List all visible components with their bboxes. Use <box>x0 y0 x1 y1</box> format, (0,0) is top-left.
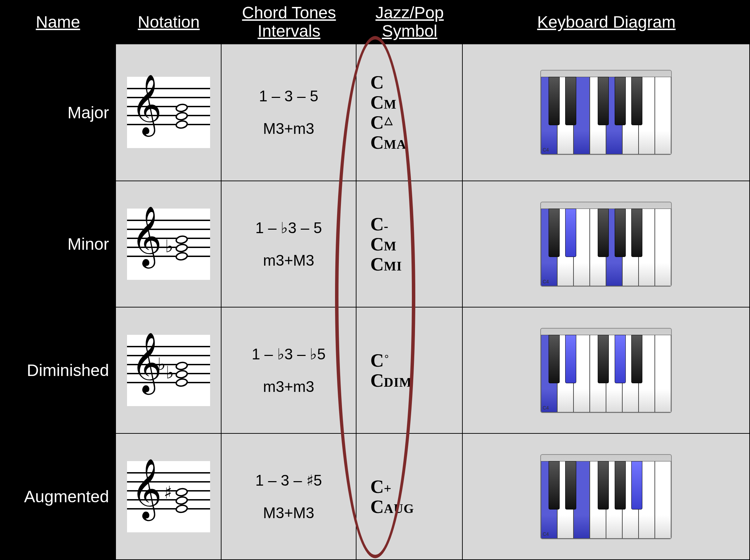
row-notation: 𝄞 <box>116 44 222 181</box>
col-header-name: Name <box>0 0 116 44</box>
jazz-symbol: C° <box>370 351 388 370</box>
jazz-symbol: C <box>370 73 384 92</box>
interval-formula-text: m3+M3 <box>263 252 314 269</box>
treble-clef-icon: 𝄞 <box>131 462 162 514</box>
row-name: Major <box>0 44 116 181</box>
row-jazz-symbols: C CM C△ CMA <box>356 44 463 181</box>
row-keyboard: C4 <box>463 307 750 434</box>
row-jazz-symbols: C- CM CMI <box>356 181 463 307</box>
jazz-symbol: C+ <box>370 477 392 496</box>
chord-tones-text: 1 – 3 – 5 <box>259 88 318 105</box>
sharp-icon: ♯ <box>164 483 172 503</box>
flat-icon: ♭ <box>157 354 166 374</box>
chord-tones-text: 1 – ♭3 – ♭5 <box>252 345 325 363</box>
jazz-symbol: CDIM <box>370 371 412 390</box>
interval-formula-text: M3+M3 <box>263 504 314 522</box>
treble-clef-icon: 𝄞 <box>131 210 162 262</box>
jazz-symbol: CM <box>370 235 397 254</box>
jazz-symbol: CM <box>370 93 397 112</box>
row-jazz-symbols: C° CDIM <box>356 307 463 434</box>
jazz-symbol: C- <box>370 215 389 233</box>
row-keyboard: C4 <box>463 434 750 560</box>
staff-icon: 𝄞 ♯ <box>127 461 210 532</box>
treble-clef-icon: 𝄞 <box>131 78 162 130</box>
row-intervals: 1 – ♭3 – 5 m3+M3 <box>222 181 356 307</box>
keyboard-diagram-icon: C4 <box>540 202 672 287</box>
row-keyboard: C4 <box>463 181 750 307</box>
keyboard-diagram-icon: C4 <box>540 454 672 539</box>
chord-tones-text: 1 – ♭3 – 5 <box>255 219 322 237</box>
row-name: Minor <box>0 181 116 307</box>
row-keyboard: C4 <box>463 44 750 181</box>
keyboard-diagram-icon: C4 <box>540 328 672 413</box>
staff-icon: 𝄞 ♭ <box>127 209 210 280</box>
row-jazz-symbols: C+ CAUG <box>356 434 463 560</box>
keyboard-diagram-icon: C4 <box>540 70 672 155</box>
staff-icon: 𝄞 <box>127 77 210 148</box>
jazz-symbol: CAUG <box>370 497 414 516</box>
chord-tones-text: 1 – 3 – ♯5 <box>255 471 322 489</box>
flat-icon: ♭ <box>165 236 173 256</box>
row-intervals: 1 – 3 – ♯5 M3+M3 <box>222 434 356 560</box>
interval-formula-text: M3+m3 <box>263 120 314 137</box>
row-notation: 𝄞 ♭ ♭ <box>116 307 222 434</box>
col-header-notation: Notation <box>116 0 222 44</box>
jazz-symbol: CMA <box>370 133 406 152</box>
jazz-symbol: CMI <box>370 255 402 274</box>
row-name: Diminished <box>0 307 116 434</box>
jazz-symbol: C△ <box>370 113 392 132</box>
interval-formula-text: m3+m3 <box>263 378 314 395</box>
col-header-intervals: Chord Tones Intervals <box>222 0 356 44</box>
row-name: Augmented <box>0 434 116 560</box>
row-notation: 𝄞 ♭ <box>116 181 222 307</box>
chord-table: Name Notation Chord Tones Intervals Jazz… <box>0 0 750 560</box>
row-intervals: 1 – 3 – 5 M3+m3 <box>222 44 356 181</box>
row-intervals: 1 – ♭3 – ♭5 m3+m3 <box>222 307 356 434</box>
flat-icon: ♭ <box>166 362 174 383</box>
staff-icon: 𝄞 ♭ ♭ <box>127 335 210 406</box>
col-header-jazz-symbol: Jazz/Pop Symbol <box>356 0 463 44</box>
col-header-keyboard: Keyboard Diagram <box>463 0 750 44</box>
row-notation: 𝄞 ♯ <box>116 434 222 560</box>
